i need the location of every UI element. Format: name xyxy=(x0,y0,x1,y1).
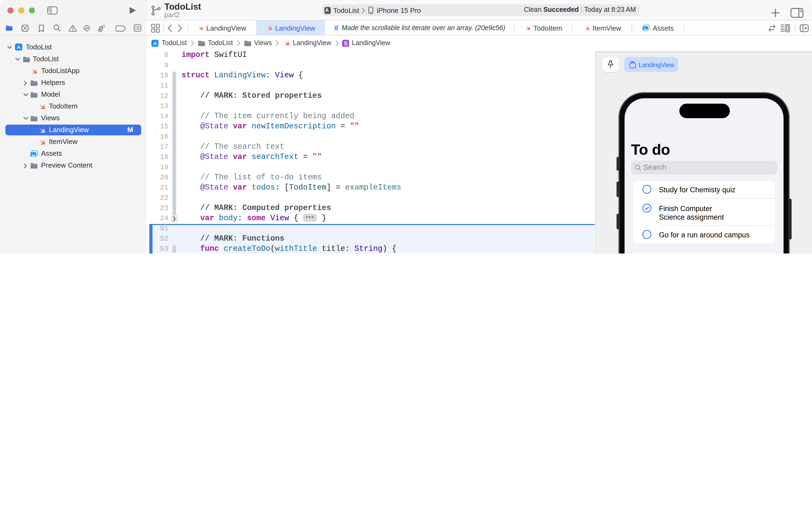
svg-text:S: S xyxy=(344,40,347,46)
